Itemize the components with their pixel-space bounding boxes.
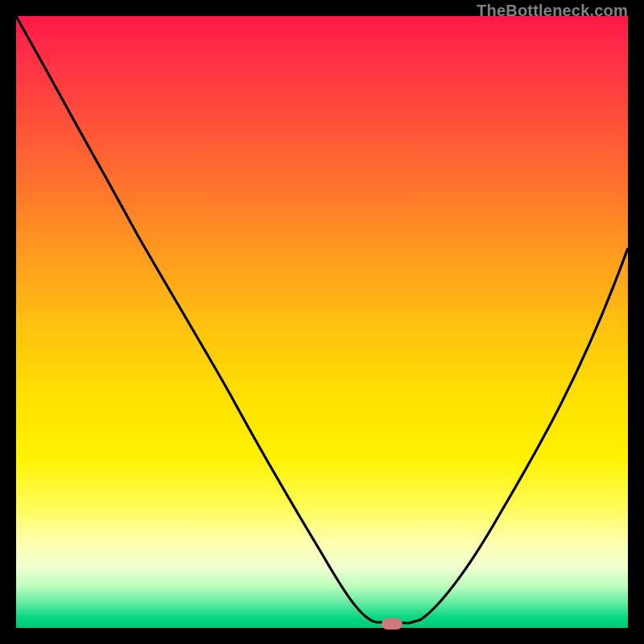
- plot-frame: TheBottleneck.com: [16, 16, 628, 628]
- optimal-point-marker: [382, 618, 402, 630]
- curve-path: [16, 16, 628, 623]
- attribution-text: TheBottleneck.com: [477, 2, 628, 20]
- bottleneck-curve: [16, 16, 628, 628]
